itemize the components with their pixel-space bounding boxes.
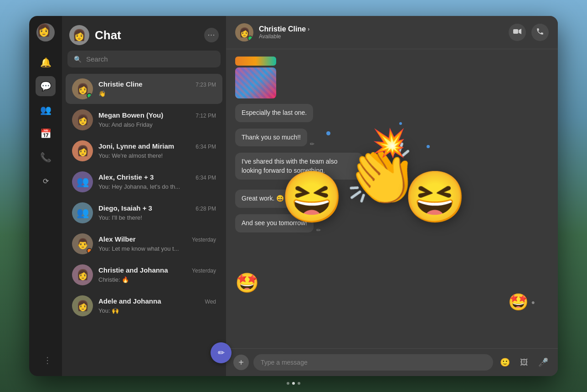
status-dot-busy (87, 248, 92, 253)
chat-time: Yesterday (192, 268, 216, 274)
image-attach-button[interactable]: 🖼 (517, 355, 531, 370)
chat-item-alex-wilber[interactable]: 👨 Alex Wilber Yesterday You: Let me know… (66, 229, 222, 259)
chat-info-megan: Megan Bowen (You) 7:12 PM You: And also … (98, 111, 216, 129)
edit-pencil-icon-5: ✏ (316, 227, 321, 233)
chat-time: Wed (205, 299, 216, 305)
chat-more-button[interactable]: ··· (204, 28, 219, 42)
chat-time: 7:23 PM (196, 82, 216, 88)
active-chat-name-row[interactable]: Christie Cline › (259, 25, 503, 33)
image-icon: 🖼 (520, 358, 528, 367)
chat-preview: You: And also Friday (98, 121, 153, 128)
scroll-dot-1 (287, 382, 289, 385)
active-chat-name: Christie Cline (259, 25, 306, 33)
scroll-dot-active (292, 382, 295, 385)
chat-time: 6:34 PM (196, 144, 216, 150)
message-text-1: Especially the last one. (242, 109, 307, 116)
loop-icon: ⟳ (43, 177, 49, 186)
message-bubble-3: I've shared this with the team also look… (235, 153, 363, 180)
chevron-right-icon: › (308, 26, 309, 32)
chat-icon: 💬 (40, 81, 51, 92)
avatar-group-diego: 👥 (72, 202, 93, 223)
avatar-group-alex-christie: 👥 (72, 171, 93, 192)
bell-icon: 🔔 (40, 57, 51, 68)
chat-preview: You: We're almost there! (98, 152, 163, 159)
sidebar-item-calendar[interactable]: 📅 (36, 124, 56, 144)
plus-icon: + (238, 357, 244, 368)
message-text-3: I've shared this with the team also look… (242, 158, 337, 174)
chat-header-actions (509, 24, 549, 41)
sidebar-item-notifications[interactable]: 🔔 (36, 52, 56, 72)
edit-pencil-icon-2: ✏ (310, 141, 314, 147)
message-bubble-1: Especially the last one. (235, 104, 313, 122)
message-text-4: Great work. 😀 (242, 195, 284, 202)
avatar-alex-wilber: 👨 (72, 233, 93, 254)
voice-call-button[interactable] (531, 24, 549, 41)
app-window: 👩 🔔 💬 👥 📅 📞 ⟳ ··· 👩 Chat ·· (29, 16, 558, 376)
chat-item-christie-johanna[interactable]: 👩 Christie and Johanna Yesterday Christi… (66, 260, 222, 290)
chat-preview: You: Let me know what you t... (98, 245, 179, 252)
sidebar-item-calls[interactable]: 📞 (36, 147, 56, 167)
calendar-icon: 📅 (40, 128, 51, 139)
chat-preview: Christie: 🔥 (98, 276, 129, 283)
message-row-2: Thank you so much!! ✏ (235, 129, 549, 150)
emoji-picker-button[interactable]: 🙂 (498, 355, 512, 370)
compose-input[interactable] (253, 354, 493, 371)
chat-name: Diego, Isaiah + 3 (98, 204, 152, 212)
chat-item-alex-christie[interactable]: 👥 Alex, Christie + 3 6:34 PM You: Hey Jo… (66, 167, 222, 197)
chat-item-diego-isaiah[interactable]: 👥 Diego, Isaiah + 3 6:28 PM You: I'll be… (66, 198, 222, 228)
scroll-dot-3 (298, 382, 300, 385)
message-row-1: Especially the last one. (235, 104, 549, 125)
sidebar-item-chat[interactable]: 💬 (36, 76, 56, 96)
chat-name: Megan Bowen (You) (98, 111, 163, 119)
active-chat-info: Christie Cline › Available (259, 25, 503, 40)
chat-item-megan-bowen[interactable]: 👩 Megan Bowen (You) 7:12 PM You: And als… (66, 105, 222, 135)
compose-new-chat-button[interactable]: ✏ (211, 342, 232, 363)
chat-name: Christie and Johanna (98, 266, 168, 274)
mic-button[interactable]: 🎤 (536, 355, 551, 370)
video-icon (513, 28, 521, 37)
search-bar[interactable]: 🔍 (67, 51, 221, 67)
user-avatar[interactable]: 👩 (36, 23, 55, 41)
chat-item-christie-cline[interactable]: 👩 Christie Cline 7:23 PM 👋 (66, 74, 222, 104)
compose-area: + 🙂 🖼 🎤 (226, 348, 558, 376)
video-call-button[interactable] (509, 24, 526, 41)
active-chat-status-dot (247, 36, 253, 41)
scroll-dots (287, 382, 300, 385)
compose-icon: ✏ (218, 348, 225, 358)
active-chat-avatar: 👩 (235, 23, 253, 41)
chat-item-adele-johanna[interactable]: 👩 Adele and Johanna Wed You: 🙌 (66, 291, 222, 321)
bottom-emoji-row: 🤩 (235, 272, 549, 294)
sidebar-item-groups[interactable]: 👥 (36, 100, 56, 120)
svg-marker-1 (519, 29, 521, 34)
avatar-group-joni: 👩 (72, 140, 93, 161)
chat-preview: You: Hey Johanna, let's do th... (98, 183, 180, 190)
message-text-2: Thank you so much!! (242, 134, 301, 141)
chat-name: Alex Wilber (98, 235, 136, 243)
seen-indicator: ● (531, 299, 535, 306)
search-input[interactable] (86, 55, 214, 63)
chat-info-christie-johanna: Christie and Johanna Yesterday Christie:… (98, 266, 216, 284)
compose-add-button[interactable]: + (233, 355, 249, 370)
messages-area[interactable]: Especially the last one. Thank you so mu… (226, 49, 558, 348)
chat-name: Joni, Lynne and Miriam (98, 142, 174, 150)
sidebar-more-button[interactable]: ··· (37, 356, 53, 366)
chat-time: Yesterday (192, 237, 216, 243)
chat-time: 7:12 PM (196, 113, 216, 119)
avatar-group-christie-johanna: 👩 (72, 264, 93, 285)
mic-icon: 🎤 (538, 357, 548, 367)
chat-info-alex-christie: Alex, Christie + 3 6:34 PM You: Hey Joha… (98, 173, 216, 191)
phone-call-icon (536, 27, 544, 38)
sidebar-item-loop[interactable]: ⟳ (36, 171, 56, 191)
groups-icon: 👥 (40, 104, 51, 115)
message-bubble-5: And see you tomorrow! (235, 214, 314, 232)
sidebar-nav: 👩 🔔 💬 👥 📅 📞 ⟳ ··· (29, 16, 62, 376)
header-user-avatar: 👩 (69, 25, 89, 45)
chat-preview: You: 🙌 (98, 307, 119, 314)
chat-item-joni-lynne-miriam[interactable]: 👩 Joni, Lynne and Miriam 6:34 PM You: We… (66, 136, 222, 166)
chat-main: 👩 Christie Cline › Available (226, 16, 558, 376)
sent-emoji-row: 🤩 ● (508, 293, 535, 312)
sent-emoji: 🤩 (508, 293, 529, 312)
chat-header: 👩 Christie Cline › Available (226, 16, 558, 49)
status-dot-online (87, 93, 92, 98)
chat-preview: 👋 (98, 90, 106, 97)
